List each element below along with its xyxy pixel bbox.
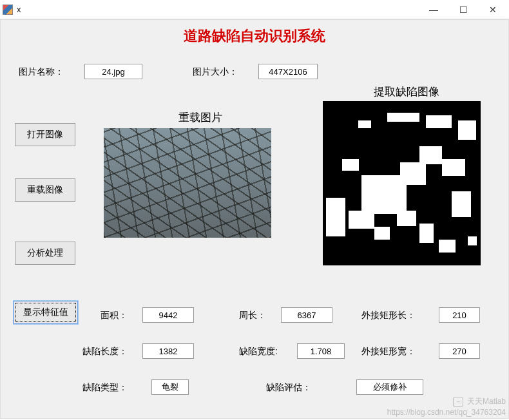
watermark-line2: https://blog.csdn.net/qq_34763204 — [387, 408, 506, 417]
window-titlebar: x — ☐ ✕ — [0, 0, 509, 19]
defect-width-value: 1.708 — [297, 343, 345, 359]
defect-image — [323, 101, 481, 265]
image-name-value: 24.jpg — [84, 64, 142, 79]
wechat-icon — [453, 397, 463, 407]
show-features-button[interactable]: 显示特征值 — [14, 301, 78, 324]
defect-eval-value: 必须修补 — [356, 379, 423, 395]
bbox-width-label: 外接矩形宽： — [361, 346, 416, 358]
road-image — [104, 128, 271, 238]
window-title: x — [17, 5, 21, 14]
watermark-line1: 天天Matlab — [467, 396, 506, 407]
perimeter-value: 6367 — [281, 307, 332, 323]
reload-section-title: 重载图片 — [149, 110, 252, 125]
defect-type-value: 龟裂 — [151, 379, 189, 395]
defect-length-label: 缺陷长度： — [82, 346, 128, 358]
area-value: 9442 — [142, 307, 194, 323]
defect-eval-label: 缺陷评估： — [266, 382, 311, 394]
analyze-button[interactable]: 分析处理 — [15, 242, 75, 265]
perimeter-label: 周长： — [239, 310, 266, 321]
image-size-label: 图片大小： — [193, 66, 238, 78]
area-label: 面积： — [101, 310, 128, 321]
reload-image-button[interactable]: 重载图像 — [15, 178, 75, 202]
bbox-width-value: 270 — [439, 343, 480, 359]
open-image-button[interactable]: 打开图像 — [15, 123, 75, 146]
system-title: 道路缺陷自动识别系统 — [1, 20, 508, 50]
image-name-label: 图片名称： — [19, 66, 64, 78]
maximize-button[interactable]: ☐ — [448, 1, 478, 19]
app-body: 道路缺陷自动识别系统 图片名称： 24.jpg 图片大小： 447X2106 打… — [0, 19, 509, 419]
defect-type-label: 缺陷类型： — [82, 382, 128, 394]
watermark: 天天Matlab https://blog.csdn.net/qq_347632… — [387, 396, 506, 417]
bbox-length-label: 外接矩形长： — [361, 310, 416, 321]
matlab-icon — [3, 5, 13, 15]
minimize-button[interactable]: — — [419, 1, 448, 19]
defect-width-label: 缺陷宽度: — [239, 346, 278, 358]
defect-section-title: 提取缺陷图像 — [349, 84, 465, 99]
image-size-value: 447X2106 — [258, 64, 318, 79]
close-button[interactable]: ✕ — [478, 1, 508, 19]
defect-length-value: 1382 — [142, 343, 194, 359]
bbox-length-value: 210 — [439, 307, 480, 323]
